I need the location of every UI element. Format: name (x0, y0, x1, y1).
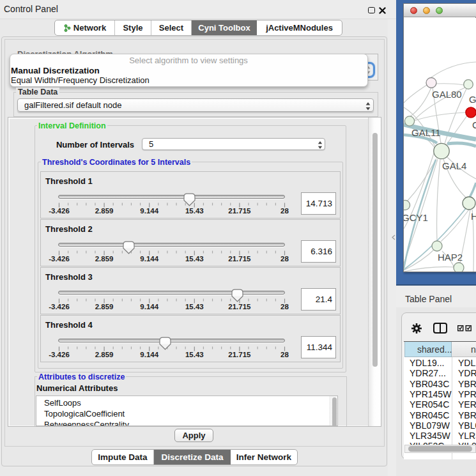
svg-text:HAP2: HAP2 (438, 252, 463, 263)
svg-text:H: H (471, 211, 476, 222)
svg-text:GCY1: GCY1 (404, 212, 428, 223)
svg-text:C: C (472, 119, 476, 130)
svg-text:GA: GA (469, 94, 476, 105)
svg-text:GAL80: GAL80 (432, 89, 462, 100)
svg-text:GAL11: GAL11 (411, 127, 441, 138)
svg-text:GAL4: GAL4 (442, 160, 466, 171)
